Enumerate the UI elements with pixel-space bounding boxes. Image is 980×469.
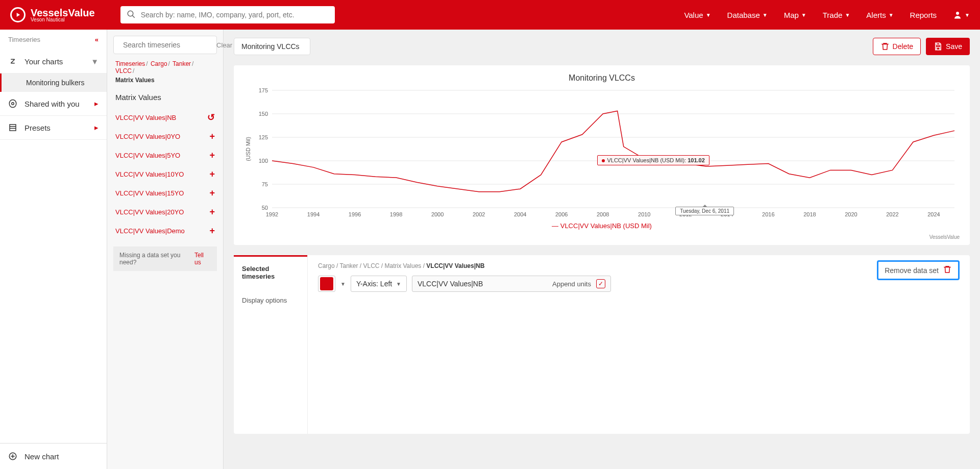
missing-data-prompt: Missing a data set you need? Tell us: [113, 246, 217, 271]
main-content: Monitoring VLCCs Delete Save Monitoring …: [224, 30, 980, 469]
series-name-input[interactable]: VLCC|VV Values|NB Append units ✓: [412, 276, 611, 292]
ts-item-5yo[interactable]: VLCC|VV Values|5YO +: [107, 146, 223, 165]
ts-item-20yo[interactable]: VLCC|VV Values|20YO +: [107, 203, 223, 221]
dataset-row: ▼ Y-Axis: Left▼ VLCC|VV Values|NB Append…: [318, 276, 960, 292]
svg-text:1992: 1992: [266, 211, 278, 217]
chart-date-tooltip: Tuesday, Dec 6, 2011: [675, 207, 734, 215]
append-units-checkbox[interactable]: ✓: [596, 279, 605, 288]
timeseries-search[interactable]: Clear: [113, 36, 217, 54]
yaxis-select[interactable]: Y-Axis: Left▼: [351, 276, 407, 292]
svg-text:100: 100: [259, 158, 268, 164]
ts-item-15yo[interactable]: VLCC|VV Values|15YO +: [107, 184, 223, 203]
brand-logo-icon: [10, 7, 26, 22]
plus-icon[interactable]: +: [209, 150, 215, 161]
main-toolbar: Monitoring VLCCs Delete Save: [234, 38, 970, 55]
chart-legend[interactable]: — VLCC|VV Values|NB (USD Mil): [244, 222, 960, 230]
crumb-timeseries[interactable]: Timeseries: [115, 60, 145, 67]
global-search-input[interactable]: [141, 11, 329, 19]
tab-display-options[interactable]: Display options: [234, 288, 307, 312]
svg-text:2010: 2010: [638, 211, 650, 217]
svg-text:2004: 2004: [514, 211, 526, 217]
nav-alerts[interactable]: Alerts▼: [866, 11, 893, 19]
svg-text:1994: 1994: [307, 211, 320, 217]
svg-point-3: [12, 103, 14, 105]
svg-text:175: 175: [259, 88, 268, 93]
sidebar-collapse-icon[interactable]: «: [95, 36, 99, 43]
nav-map[interactable]: Map▼: [784, 11, 806, 19]
nav-database[interactable]: Database▼: [727, 11, 768, 19]
tab-selected-timeseries[interactable]: Selected timeseries: [234, 255, 307, 288]
sidebar-left: Timeseries « Your charts ▼ Monitoring bu…: [0, 30, 107, 469]
nav-menu: Value▼ Database▼ Map▼ Trade▼ Alerts▼ Rep…: [684, 10, 970, 19]
svg-line-1: [132, 15, 135, 18]
plus-icon[interactable]: +: [209, 131, 215, 142]
svg-text:(USD Mil): (USD Mil): [245, 137, 251, 161]
svg-text:2016: 2016: [762, 211, 774, 217]
line-chart[interactable]: 5075100125150175199219941996199820002002…: [244, 88, 960, 220]
crumb-tanker[interactable]: Tanker: [173, 60, 191, 67]
sidebar-shared[interactable]: Shared with you ▸: [0, 92, 107, 116]
global-search[interactable]: [120, 6, 335, 23]
top-header: VesselsValue Veson Nautical Value▼ Datab…: [0, 0, 980, 30]
svg-text:2000: 2000: [431, 211, 444, 217]
plus-icon[interactable]: +: [209, 226, 215, 236]
svg-point-0: [128, 11, 133, 16]
color-picker[interactable]: [318, 276, 335, 292]
chevron-right-icon: ▸: [94, 99, 99, 108]
svg-text:125: 125: [259, 134, 268, 140]
crumb-vlcc[interactable]: VLCC: [115, 67, 132, 75]
timeseries-panel: Clear Timeseries/ Cargo/ Tanker/ VLCC/ M…: [107, 30, 224, 469]
svg-text:2008: 2008: [597, 211, 609, 217]
chart-title: Monitoring VLCCs: [244, 73, 960, 88]
svg-text:2024: 2024: [927, 211, 940, 217]
svg-text:50: 50: [262, 205, 268, 211]
crumb-cargo[interactable]: Cargo: [151, 60, 167, 67]
ts-item-nb[interactable]: VLCC|VV Values|NB ↺: [107, 108, 223, 127]
svg-text:75: 75: [262, 181, 268, 187]
nav-reports[interactable]: Reports: [910, 11, 937, 19]
chart-name-input[interactable]: Monitoring VLCCs: [234, 38, 310, 55]
crumb-current: Matrix Values: [107, 77, 223, 90]
svg-text:2006: 2006: [555, 211, 568, 217]
plus-icon[interactable]: +: [209, 188, 215, 199]
undo-icon[interactable]: ↺: [207, 112, 215, 123]
trash-icon: [943, 265, 952, 276]
timeseries-search-input[interactable]: [123, 41, 212, 49]
brand-logo[interactable]: VesselsValue Veson Nautical: [10, 7, 95, 22]
bottom-content: Cargo / Tanker / VLCC / Matrix Values / …: [308, 255, 970, 434]
chart-card: Monitoring VLCCs 50751001251501751992199…: [234, 65, 970, 245]
plus-icon[interactable]: +: [209, 207, 215, 217]
nav-trade[interactable]: Trade▼: [823, 11, 850, 19]
timeseries-group-title: Matrix Values: [107, 90, 223, 108]
nav-value[interactable]: Value▼: [684, 11, 710, 19]
search-icon: [127, 10, 136, 20]
dataset-breadcrumb: Cargo / Tanker / VLCC / Matrix Values / …: [318, 262, 960, 269]
remove-dataset-button[interactable]: Remove data set: [877, 260, 960, 280]
color-chevron-icon[interactable]: ▼: [340, 281, 346, 287]
ts-item-0yo[interactable]: VLCC|VV Values|0YO +: [107, 127, 223, 146]
ts-item-demo[interactable]: VLCC|VV Values|Demo +: [107, 221, 223, 240]
svg-text:2002: 2002: [473, 211, 485, 217]
sidebar-header: Timeseries «: [0, 30, 107, 50]
ts-item-10yo[interactable]: VLCC|VV Values|10YO +: [107, 165, 223, 184]
sidebar-item-monitoring-bulkers[interactable]: Monitoring bulkers: [0, 73, 107, 92]
bottom-tabs: Selected timeseries Display options: [234, 255, 308, 434]
save-button[interactable]: Save: [926, 38, 970, 55]
new-chart-button[interactable]: New chart: [0, 443, 107, 469]
svg-rect-4: [10, 125, 16, 131]
timeseries-breadcrumb: Timeseries/ Cargo/ Tanker/ VLCC/: [107, 60, 223, 77]
svg-text:2018: 2018: [803, 211, 816, 217]
tell-us-link[interactable]: Tell us: [194, 252, 211, 266]
delete-button[interactable]: Delete: [873, 38, 921, 55]
svg-text:1998: 1998: [390, 211, 402, 217]
user-menu[interactable]: ▼: [953, 10, 970, 19]
brand-subtitle: Veson Nautical: [31, 17, 95, 22]
svg-point-2: [956, 12, 959, 15]
svg-text:1996: 1996: [349, 211, 361, 217]
bottom-panel: Selected timeseries Display options Carg…: [234, 255, 970, 434]
svg-text:2022: 2022: [886, 211, 898, 217]
sidebar-your-charts[interactable]: Your charts ▼: [0, 50, 107, 73]
svg-text:2020: 2020: [845, 211, 857, 217]
sidebar-presets[interactable]: Presets ▸: [0, 116, 107, 140]
plus-icon[interactable]: +: [209, 169, 215, 180]
